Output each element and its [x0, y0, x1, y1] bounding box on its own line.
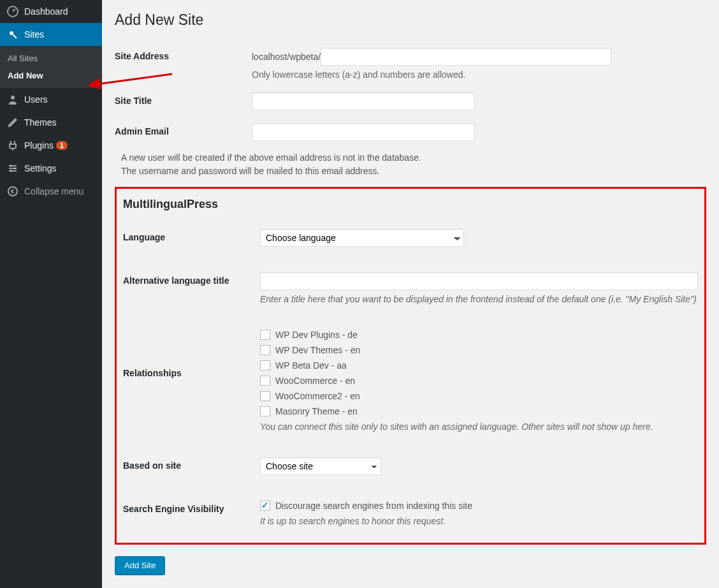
sidebar-item-plugins[interactable]: Plugins 1: [0, 134, 102, 157]
sites-icon: [6, 28, 19, 41]
page-title: Add New Site: [115, 11, 706, 29]
relationship-checkbox[interactable]: [260, 406, 270, 416]
sidebar-item-themes[interactable]: Themes: [0, 111, 102, 134]
site-title-input[interactable]: [252, 92, 475, 110]
alt-title-hint: Enter a title here that you want to be d…: [260, 294, 698, 304]
sidebar-item-sites[interactable]: Sites: [0, 23, 102, 46]
relationship-checkbox[interactable]: [260, 376, 270, 386]
add-site-button[interactable]: Add Site: [115, 556, 165, 575]
sidebar-item-users[interactable]: Users: [0, 88, 102, 111]
svg-point-6: [8, 187, 17, 196]
mlp-heading: MultilingualPress: [123, 198, 698, 211]
relationships-label: Relationships: [123, 330, 260, 378]
site-address-input[interactable]: [321, 48, 611, 66]
relationship-label: WooCommerce2 - en: [275, 391, 360, 401]
sidebar-item-settings[interactable]: Settings: [0, 157, 102, 180]
relationship-label: WP Dev Plugins - de: [275, 330, 358, 340]
relationship-label: WP Beta Dev - aa: [275, 360, 347, 371]
relationship-label: WooCommerce - en: [275, 376, 355, 386]
sev-hint: It is up to search engines to honor this…: [260, 516, 698, 526]
based-on-label: Based on site: [123, 457, 260, 471]
relationship-checkbox[interactable]: [260, 345, 270, 355]
admin-sidebar: Dashboard Sites All Sites Add New Users …: [0, 0, 102, 588]
sidebar-submenu-sites: All Sites Add New: [0, 46, 102, 88]
plugins-update-badge: 1: [56, 141, 68, 150]
relationship-label: WP Dev Themes - en: [275, 345, 360, 355]
dashboard-icon: [6, 5, 19, 18]
alt-title-input[interactable]: [260, 272, 698, 290]
new-user-note: A new user will be created if the above …: [115, 151, 706, 178]
relationship-checkbox[interactable]: [260, 330, 270, 340]
svg-point-5: [10, 170, 12, 172]
settings-icon: [6, 162, 19, 175]
sidebar-item-label: Settings: [24, 163, 57, 173]
relationship-checkbox[interactable]: [260, 391, 270, 401]
sidebar-item-dashboard[interactable]: Dashboard: [0, 0, 102, 23]
admin-email-input[interactable]: [252, 123, 475, 141]
sidebar-collapse[interactable]: Collapse menu: [0, 180, 102, 203]
language-label: Language: [123, 229, 260, 242]
site-address-hint: Only lowercase letters (a-z) and numbers…: [252, 70, 706, 80]
sidebar-item-label: Collapse menu: [24, 186, 84, 196]
relationship-label: Masonry Theme - en: [275, 406, 358, 416]
themes-icon: [6, 116, 19, 129]
site-address-prefix: localhost/wpbeta/: [252, 52, 321, 62]
based-on-select[interactable]: Choose site: [260, 457, 381, 475]
users-icon: [6, 93, 19, 106]
relationships-hint: You can connect this site only to sites …: [260, 422, 698, 432]
sidebar-item-label: Plugins: [24, 140, 54, 151]
sev-label: Search Engine Visibility: [123, 501, 260, 514]
collapse-icon: [6, 185, 19, 198]
svg-point-3: [10, 165, 12, 167]
relationship-checkbox[interactable]: [260, 360, 270, 371]
sidebar-item-label: Dashboard: [24, 6, 68, 17]
sev-checkbox[interactable]: [260, 501, 270, 511]
sidebar-subitem-add-new[interactable]: Add New: [0, 67, 102, 84]
site-address-label: Site Address: [115, 48, 252, 61]
svg-point-4: [14, 168, 16, 170]
admin-email-label: Admin Email: [115, 123, 252, 136]
plugins-icon: [6, 139, 19, 152]
alt-title-label: Alternative language title: [123, 272, 260, 286]
main-content: Add New Site Site Address localhost/wpbe…: [102, 0, 719, 588]
site-title-label: Site Title: [115, 92, 252, 106]
svg-point-2: [11, 96, 15, 99]
sidebar-subitem-all-sites[interactable]: All Sites: [0, 50, 102, 67]
sidebar-item-label: Sites: [24, 29, 44, 40]
sidebar-item-label: Users: [24, 94, 48, 105]
language-select[interactable]: Choose language: [260, 229, 464, 247]
sidebar-item-label: Themes: [24, 117, 57, 128]
multilingualpress-panel: MultilingualPress Language Choose langua…: [115, 187, 706, 545]
sev-checkbox-label: Discourage search engines from indexing …: [275, 501, 472, 511]
